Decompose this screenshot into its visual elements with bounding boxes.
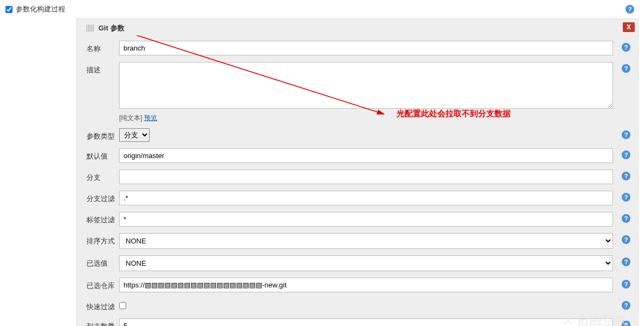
- help-icon[interactable]: ?: [622, 172, 630, 180]
- help-icon[interactable]: ?: [622, 214, 630, 223]
- desc-textarea[interactable]: [119, 62, 613, 109]
- help-icon[interactable]: ?: [622, 130, 630, 139]
- selected-value-select[interactable]: NONE: [119, 255, 613, 271]
- help-icon[interactable]: ?: [622, 151, 630, 159]
- name-input[interactable]: [119, 41, 613, 55]
- parametrized-build-label: 参数化构建过程: [16, 4, 65, 14]
- desc-plain-text: [纯文本]: [119, 114, 144, 122]
- sort-select[interactable]: NONE: [119, 233, 613, 249]
- name-label: 名称: [86, 41, 119, 54]
- help-icon[interactable]: ?: [622, 64, 630, 73]
- desc-preview-link[interactable]: 预览: [144, 114, 157, 122]
- branch-filter-label: 分支过滤: [86, 191, 119, 204]
- close-button[interactable]: X: [623, 22, 635, 32]
- help-icon[interactable]: ?: [622, 235, 630, 244]
- block-title: Git 参数: [98, 23, 125, 33]
- parametrized-build-checkbox[interactable]: [5, 6, 13, 13]
- help-icon[interactable]: ?: [622, 280, 630, 289]
- branch-input[interactable]: [119, 170, 613, 184]
- repo-input[interactable]: [119, 278, 613, 292]
- branch-filter-input[interactable]: [119, 191, 613, 205]
- branch-label: 分支: [86, 170, 119, 183]
- quick-filter-label: 快速过滤: [86, 299, 119, 312]
- help-icon[interactable]: ?: [622, 43, 630, 52]
- watermark-logo: ✕ 自由互联: [563, 312, 627, 326]
- drag-handle-icon[interactable]: [86, 24, 94, 32]
- param-type-label: 参数类型: [86, 128, 119, 141]
- tag-filter-input[interactable]: [119, 212, 613, 227]
- quick-filter-checkbox[interactable]: [119, 302, 126, 309]
- sort-label: 排序方式: [86, 233, 119, 246]
- help-icon[interactable]: ?: [626, 5, 634, 14]
- desc-label: 描述: [86, 62, 119, 75]
- selected-value-label: 已选值: [86, 255, 119, 268]
- list-count-input[interactable]: [119, 318, 613, 326]
- param-type-select[interactable]: 分支: [119, 128, 150, 142]
- help-icon[interactable]: ?: [622, 258, 630, 266]
- list-count-label: 列表数量: [86, 318, 119, 326]
- default-input[interactable]: [119, 148, 613, 163]
- help-icon[interactable]: ?: [622, 301, 630, 310]
- help-icon[interactable]: ?: [622, 193, 630, 202]
- repo-label: 已选仓库: [86, 278, 119, 291]
- tag-filter-label: 标签过滤: [86, 212, 119, 225]
- default-label: 默认值: [86, 148, 119, 161]
